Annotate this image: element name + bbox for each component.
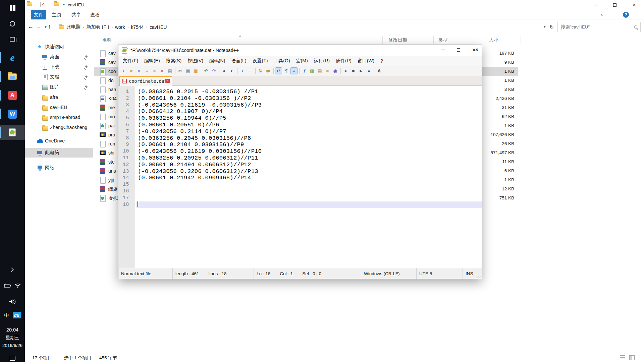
battery-icon[interactable] [4, 284, 11, 288]
menu-item[interactable]: 设置(T) [249, 58, 271, 64]
sidebar-item-文档[interactable]: 文档 [25, 72, 93, 82]
replace-icon[interactable]: ◐ [229, 68, 235, 74]
tab-close-icon[interactable]: × [165, 79, 170, 83]
ribbon-collapse-icon[interactable]: ∧ [600, 13, 603, 17]
address-dropdown-icon[interactable]: ▼ [543, 25, 546, 28]
ime-indicator[interactable]: 中 [4, 312, 9, 318]
search-input[interactable]: 搜索"cavHEU" [557, 22, 641, 32]
cut-icon[interactable]: ✂ [177, 68, 183, 74]
back-button[interactable]: ← [28, 23, 34, 30]
sidebar-item-ZhengChaosheng[interactable]: ZhengChaosheng [25, 123, 93, 132]
macro-play-icon[interactable]: ► [358, 68, 364, 74]
action-center-button[interactable] [0, 356, 25, 361]
spell-check-icon[interactable]: A [376, 68, 382, 74]
taskbar-task-view-button[interactable] [0, 32, 25, 47]
breadcrumb-item[interactable]: cavHEU [147, 24, 169, 30]
close-document-x[interactable]: × [475, 47, 478, 52]
doc-map-icon[interactable]: ▥ [309, 68, 315, 74]
qat-properties-button[interactable] [40, 2, 45, 7]
close-button[interactable] [466, 45, 482, 55]
column-header-3[interactable]: 大小 [489, 37, 498, 43]
refresh-icon[interactable]: ↻ [549, 24, 554, 30]
taskbar-edge-button[interactable]: e [0, 50, 25, 65]
macro-run-multi-icon[interactable]: » [366, 68, 372, 74]
large-icons-view-button[interactable] [629, 355, 635, 360]
minimize-button[interactable] [435, 45, 451, 55]
menu-item[interactable]: 编码(N) [206, 58, 228, 64]
ribbon-tab-file[interactable]: 文件 [31, 10, 46, 19]
menu-item[interactable]: 插件(P) [333, 58, 355, 64]
word-wrap-icon[interactable]: ↵ [275, 68, 282, 74]
new-file-icon[interactable]: + [120, 68, 127, 74]
details-view-button[interactable] [620, 355, 625, 360]
sidebar-item-OneDrive[interactable]: OneDrive [25, 136, 93, 146]
editor-area[interactable]: 1(0.0363256 0.2015 -0.0303156) //P12(0.0… [119, 86, 482, 268]
forward-button[interactable]: → [36, 23, 42, 30]
find-icon[interactable]: ● [221, 68, 227, 74]
taskbar-start-button[interactable] [0, 0, 25, 15]
indent-guide-icon[interactable]: ≡ [291, 68, 297, 74]
ribbon-tab-home[interactable]: 主页 [48, 10, 65, 19]
column-header-0[interactable]: 名称 [102, 37, 112, 43]
sidebar-item-桌面[interactable]: 桌面 [25, 52, 93, 62]
file-monitor-icon[interactable]: ◉ [332, 68, 338, 74]
help-button[interactable]: ? [623, 12, 629, 18]
sidebar-item-cavHEU[interactable]: cavHEU [25, 103, 93, 112]
macro-record-icon[interactable]: ● [342, 68, 349, 74]
menu-item[interactable]: 宏(M) [293, 58, 311, 64]
taskbar-file-explorer-button[interactable] [0, 69, 25, 84]
resize-grip-icon[interactable] [477, 274, 481, 279]
sync-horizontal-icon[interactable]: ⇄ [265, 68, 271, 74]
wifi-icon[interactable] [15, 283, 21, 288]
menu-item[interactable]: ? [377, 58, 386, 64]
breadcrumb-item[interactable]: work [113, 24, 127, 30]
baidu-input-icon[interactable]: du [13, 312, 21, 318]
up-button[interactable]: ↑ [48, 23, 51, 30]
volume-button[interactable] [0, 299, 25, 304]
sidebar-item-快速访问[interactable]: 快速访问 [25, 42, 93, 52]
print-icon[interactable]: ▤ [167, 68, 173, 74]
taskbar-notepad-plus-plus-button[interactable] [0, 125, 25, 140]
document-tab[interactable]: coordinate.dat × [119, 76, 172, 86]
menu-item[interactable]: 视图(V) [184, 58, 206, 64]
breadcrumb-item[interactable]: 新加卷 (F:) [84, 24, 112, 30]
menu-item[interactable]: 运行(R) [311, 58, 333, 64]
zoom-in-icon[interactable]: + [239, 68, 246, 74]
doc-list-icon[interactable]: ▤ [317, 68, 323, 74]
maximize-button[interactable] [605, 0, 625, 10]
menu-item[interactable]: 搜索(S) [163, 58, 185, 64]
taskbar-wps-button[interactable]: W [0, 106, 25, 122]
redo-icon[interactable]: ↷ [211, 68, 217, 74]
open-file-icon[interactable]: ■ [128, 68, 135, 74]
column-header-1[interactable]: 修改日期 [388, 37, 407, 43]
tray-expand-button[interactable] [0, 267, 25, 272]
maximize-button[interactable] [451, 45, 466, 55]
ribbon-tab-share[interactable]: 共享 [68, 10, 85, 19]
ribbon-tab-view[interactable]: 查看 [87, 10, 104, 19]
show-all-chars-icon[interactable]: ¶ [283, 68, 289, 74]
menu-item[interactable]: 工具(O) [271, 58, 293, 64]
menu-item[interactable]: 语言(L) [228, 58, 249, 64]
taskbar-reader-app-button[interactable]: A [0, 87, 25, 103]
column-header-2[interactable]: 类型 [438, 37, 448, 43]
menu-item[interactable]: 编辑(E) [141, 58, 163, 64]
menu-item[interactable]: 文件(F) [120, 58, 141, 64]
sync-vertical-icon[interactable]: ⇅ [257, 68, 264, 74]
close-doc-icon[interactable]: × [151, 68, 158, 74]
qat-dropdown[interactable]: ▼ [62, 3, 65, 6]
breadcrumb-item[interactable]: k7544 [128, 24, 146, 30]
save-all-icon[interactable]: ≡ [144, 68, 150, 74]
minimize-button[interactable] [586, 0, 605, 10]
close-all-icon[interactable]: × [159, 68, 165, 74]
close-button[interactable] [625, 0, 644, 10]
menu-item[interactable]: 窗口(W) [355, 58, 378, 64]
function-list-icon[interactable]: ƒ [301, 68, 308, 74]
qat-new-folder-button[interactable] [54, 2, 59, 6]
macro-stop-icon[interactable]: ■ [350, 68, 357, 74]
sidebar-item-此电脑[interactable]: 此电脑 [25, 148, 93, 158]
breadcrumb-item[interactable]: 此电脑 [64, 24, 83, 30]
save-icon[interactable]: ■ [136, 68, 142, 74]
folder-workspace-icon[interactable]: ■ [324, 68, 331, 74]
taskbar-clock[interactable]: 20:04 星期三 2019/6/26 [0, 326, 25, 349]
sidebar-item-网络[interactable]: 网络 [25, 163, 93, 173]
